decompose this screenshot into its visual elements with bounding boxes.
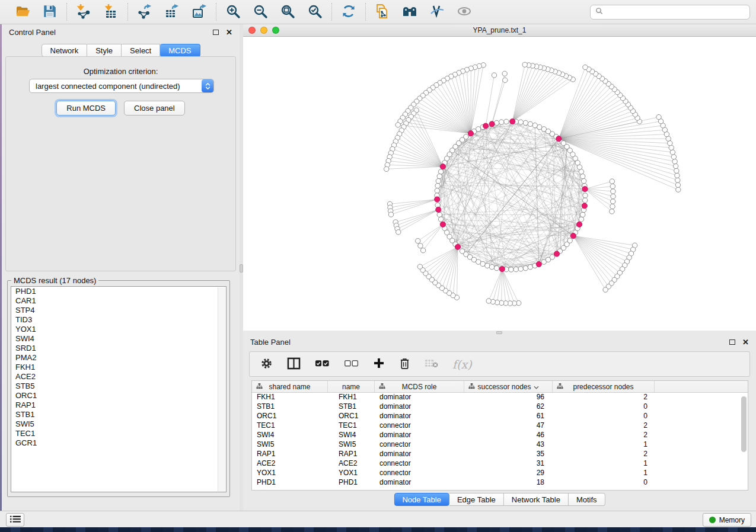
mcds-result-node[interactable]: TID3 <box>11 315 226 325</box>
network-window-titlebar[interactable]: YPA_prune.txt_1 <box>243 24 756 37</box>
table-row[interactable]: PHD1PHD1dominator180 <box>252 478 748 488</box>
table-cell: 2 <box>553 421 655 431</box>
mcds-result-node[interactable]: STP4 <box>11 306 226 315</box>
mcds-result-node[interactable]: STB5 <box>11 382 226 391</box>
optimization-criterion-select[interactable]: largest connected component (undirected) <box>29 79 214 93</box>
zoom-in-button[interactable] <box>224 2 243 21</box>
mcds-result-node[interactable]: ORC1 <box>11 391 226 400</box>
window-controls <box>243 27 279 34</box>
float-panel-icon[interactable] <box>729 339 735 345</box>
result-list-scrollbar[interactable] <box>218 287 225 491</box>
show-columns-button[interactable] <box>287 357 301 372</box>
zoom-selected-button[interactable] <box>305 2 324 21</box>
table-row[interactable]: STB1STB1dominator620 <box>252 402 748 412</box>
table-cell: 18 <box>464 478 553 488</box>
table-row[interactable]: RAP1RAP1dominator352 <box>252 450 748 459</box>
tab-edge-table[interactable]: Edge Table <box>449 493 504 506</box>
minimize-window-icon[interactable] <box>260 27 267 34</box>
mcds-result-node[interactable]: TEC1 <box>11 429 226 438</box>
save-session-button[interactable] <box>40 2 59 21</box>
zoom-in-icon <box>225 4 241 21</box>
select-all-button[interactable] <box>315 357 330 372</box>
deselect-all-button[interactable] <box>344 357 359 372</box>
destroy-table-button[interactable] <box>425 357 438 372</box>
first-neighbors-button[interactable] <box>400 2 419 21</box>
checked-boxes-icon <box>315 359 330 369</box>
tab-select[interactable]: Select <box>122 44 160 57</box>
dropdown-stepper-icon <box>202 79 213 92</box>
tab-network-table[interactable]: Network Table <box>504 493 569 506</box>
close-panel-icon[interactable]: ✕ <box>226 28 232 36</box>
add-column-button[interactable] <box>373 357 385 372</box>
mcds-tab-content: Optimization criterion: largest connecte… <box>5 56 236 271</box>
tab-node-table[interactable]: Node Table <box>394 493 449 506</box>
open-file-button[interactable] <box>13 2 32 21</box>
mcds-result-list[interactable]: PHD1CAR1STP4TID3YOX1SWI4SRD1PMA2FKH1ACE2… <box>11 286 227 492</box>
table-cell: 35 <box>464 450 553 459</box>
tab-style[interactable]: Style <box>87 44 122 57</box>
show-panel-list-button[interactable] <box>6 513 24 527</box>
mcds-result-node[interactable]: ACE2 <box>11 372 226 382</box>
mcds-result-group: MCDS result (17 nodes) PHD1CAR1STP4TID3Y… <box>7 276 230 497</box>
memory-label: Memory <box>719 516 745 524</box>
mcds-result-node[interactable]: PHD1 <box>11 287 226 296</box>
delete-column-button[interactable] <box>399 357 410 372</box>
table-cell: dominator <box>375 412 464 421</box>
column-header-predecessor-nodes[interactable]: predecessor nodes <box>553 381 655 392</box>
table-cell: 0 <box>553 402 655 412</box>
network-from-selection-button[interactable] <box>373 2 392 21</box>
run-mcds-button[interactable]: Run MCDS <box>56 101 116 116</box>
close-window-icon[interactable] <box>248 27 256 34</box>
tab-motifs[interactable]: Motifs <box>569 493 605 506</box>
zoom-fit-button[interactable] <box>278 2 297 21</box>
network-canvas[interactable] <box>243 37 756 331</box>
column-header-mcds-role[interactable]: MCDS role <box>375 381 464 392</box>
column-header-shared-name[interactable]: shared name <box>252 381 328 392</box>
table-row[interactable]: ACE2ACE2connector311 <box>252 459 748 469</box>
close-panel-icon[interactable]: ✕ <box>742 338 749 346</box>
table-cell: 96 <box>464 393 553 402</box>
table-row[interactable]: ORC1ORC1dominator610 <box>252 412 748 421</box>
import-table-button[interactable] <box>101 2 120 21</box>
main-toolbar <box>0 0 756 24</box>
table-cell: SWI5 <box>328 440 375 450</box>
float-panel-icon[interactable] <box>213 30 219 35</box>
close-panel-button[interactable]: Close panel <box>124 101 185 116</box>
export-network-button[interactable] <box>135 2 154 21</box>
mcds-result-node[interactable]: RAP1 <box>11 400 226 410</box>
mcds-result-node[interactable]: SWI4 <box>11 334 226 344</box>
mcds-result-node[interactable]: YOX1 <box>11 325 226 334</box>
table-row[interactable]: FKH1FKH1dominator962 <box>252 393 748 402</box>
table-row[interactable]: SWI5SWI5connector431 <box>252 440 748 450</box>
search-input[interactable] <box>606 8 745 16</box>
table-cell: 46 <box>464 431 553 440</box>
mcds-result-node[interactable]: STB1 <box>11 410 226 419</box>
zoom-out-button[interactable] <box>251 2 270 21</box>
memory-button[interactable]: Memory <box>703 513 751 527</box>
maximize-window-icon[interactable] <box>272 27 279 34</box>
tab-mcds[interactable]: MCDS <box>160 44 200 57</box>
table-settings-button[interactable] <box>260 357 273 372</box>
mcds-result-node[interactable]: GCR1 <box>11 438 226 448</box>
list-icon <box>9 514 22 525</box>
mcds-result-node[interactable]: SRD1 <box>11 344 226 353</box>
table-cell: SWI4 <box>252 431 328 440</box>
equation-builder-button[interactable]: f(x) <box>452 357 472 372</box>
apply-preferred-layout-button[interactable] <box>339 2 358 21</box>
column-header-successor-nodes[interactable]: successor nodes <box>464 381 553 392</box>
table-row[interactable]: TEC1TEC1connector472 <box>252 421 748 431</box>
mcds-result-node[interactable]: SWI5 <box>11 419 226 429</box>
mcds-result-node[interactable]: CAR1 <box>11 296 226 306</box>
table-row[interactable]: YOX1YOX1connector291 <box>252 469 748 478</box>
table-scrollbar-thumb[interactable] <box>741 396 747 452</box>
column-header-name[interactable]: name <box>328 381 375 392</box>
mcds-result-node[interactable]: PMA2 <box>11 353 226 363</box>
mcds-result-node[interactable]: FKH1 <box>11 363 226 372</box>
import-network-button[interactable] <box>74 2 93 21</box>
tab-network[interactable]: Network <box>41 44 87 57</box>
table-row[interactable]: SWI4SWI4dominator462 <box>252 431 748 440</box>
birds-eye-view-button[interactable] <box>455 2 474 21</box>
show-graphics-details-button[interactable] <box>428 2 446 21</box>
export-image-button[interactable] <box>190 2 209 21</box>
export-table-button[interactable] <box>162 2 181 21</box>
